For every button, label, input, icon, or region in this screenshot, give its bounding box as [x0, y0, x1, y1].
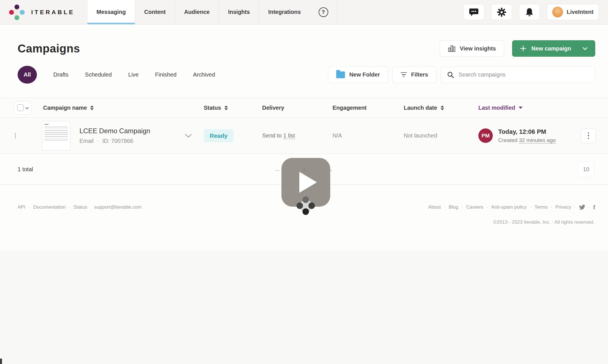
footer-link-status[interactable]: Status: [73, 204, 87, 210]
insights-icon: [448, 45, 456, 52]
filter-pill-live[interactable]: Live: [128, 71, 139, 78]
row-checkbox[interactable]: [15, 133, 16, 139]
filter-pill-finished[interactable]: Finished: [155, 71, 177, 78]
filter-pill-scheduled[interactable]: Scheduled: [85, 71, 112, 78]
footer-left-links: API · Documentation · Status support@ite…: [18, 204, 142, 210]
footer-link-api[interactable]: API: [18, 204, 25, 210]
loading-indicator: [292, 192, 319, 219]
bell-icon: [525, 8, 534, 17]
kebab-icon: [588, 132, 589, 134]
total-count: 1 total: [18, 166, 33, 173]
filter-pill-archived[interactable]: Archived: [193, 71, 215, 78]
campaign-name-link[interactable]: LCEE Demo Campaign: [79, 127, 150, 135]
sort-icon: [224, 105, 228, 110]
twitter-link[interactable]: [579, 205, 585, 210]
filter-icon: [401, 72, 407, 77]
footer-link-documentation[interactable]: Documentation: [33, 204, 66, 210]
gear-icon: [497, 8, 506, 17]
footer-link-careers[interactable]: Careers: [466, 204, 483, 210]
campaign-id: ID: 7007866: [102, 138, 133, 144]
facebook-link[interactable]: f: [593, 204, 595, 211]
play-icon: [299, 172, 317, 193]
primary-nav: Messaging Content Audience Insights Inte…: [87, 0, 337, 24]
footer-link-about[interactable]: About: [428, 204, 441, 210]
select-menu-chevron-icon: [25, 105, 29, 109]
column-launch-date[interactable]: Launch date: [404, 105, 478, 111]
toolbar-right: New Folder Filters: [328, 67, 595, 83]
status-badge: Ready: [204, 129, 233, 142]
footer-link-terms[interactable]: Terms: [535, 204, 548, 210]
campaign-name-block: LCEE Demo Campaign Email ID: 7007866: [79, 127, 150, 144]
last-modified-cell: PM Today, 12:06 PM Created 32 minutes ag…: [478, 128, 581, 143]
column-last-modified[interactable]: Last modified: [478, 105, 581, 111]
table-row: LCEE Demo Campaign Email ID: 7007866 Rea…: [0, 118, 608, 154]
screen-artifact: [0, 359, 2, 364]
email-preview-thumbnail[interactable]: [42, 121, 70, 151]
account-menu-button[interactable]: LiveIntent: [547, 4, 599, 20]
folder-icon: [336, 71, 345, 78]
brand-logo[interactable]: ITERABLE: [0, 0, 87, 24]
modified-time: Today, 12:06 PM: [498, 128, 556, 136]
campaigns-table: Campaign name Status Delivery Engagement…: [0, 98, 608, 154]
brand-wordmark: ITERABLE: [31, 9, 75, 16]
chevron-down-icon: [582, 47, 588, 50]
facebook-icon: f: [593, 204, 595, 211]
help-button[interactable]: ?: [310, 0, 337, 24]
tab-audience[interactable]: Audience: [175, 0, 219, 24]
sort-desc-icon: [519, 107, 523, 109]
new-folder-button[interactable]: New Folder: [328, 67, 388, 83]
sort-icon: [441, 105, 444, 110]
search-icon: [447, 71, 454, 78]
notifications-button[interactable]: [519, 4, 540, 20]
settings-button[interactable]: [491, 4, 512, 20]
page-size-selector[interactable]: 10: [578, 162, 594, 177]
page-title: Campaigns: [18, 42, 80, 55]
sort-icon: [90, 105, 94, 110]
filter-toolbar: All Drafts Scheduled Live Finished Archi…: [0, 57, 608, 84]
column-engagement: Engagement: [333, 105, 404, 111]
new-campaign-button[interactable]: New campaign: [512, 40, 595, 57]
help-icon: ?: [319, 7, 328, 17]
footer-link-privacy[interactable]: Privacy: [556, 204, 571, 210]
row-expand-chevron-icon[interactable]: [185, 134, 192, 138]
page-background: [0, 250, 608, 364]
select-all-control[interactable]: [14, 101, 32, 115]
page-header: Campaigns View insights: [0, 24, 608, 57]
filters-button[interactable]: Filters: [392, 67, 436, 83]
modifier-avatar: PM: [478, 128, 493, 143]
support-email-link[interactable]: support@iterable.com: [94, 204, 142, 210]
column-delivery: Delivery: [262, 105, 333, 111]
column-campaign-name[interactable]: Campaign name: [31, 105, 204, 111]
header-actions: View insights New campaign: [440, 40, 596, 57]
tab-integrations[interactable]: Integrations: [259, 0, 310, 24]
twitter-icon: [579, 205, 585, 210]
filter-pill-drafts[interactable]: Drafts: [53, 71, 68, 78]
chat-button[interactable]: [463, 4, 484, 20]
created-ago-link[interactable]: 32 minutes ago: [519, 137, 556, 144]
delivery-list-link[interactable]: 1 list: [283, 132, 295, 139]
filter-pill-all[interactable]: All: [18, 66, 37, 84]
iterable-logo-icon: [9, 4, 25, 20]
view-insights-button[interactable]: View insights: [440, 40, 504, 57]
search-input[interactable]: [458, 71, 589, 78]
tab-content[interactable]: Content: [135, 0, 175, 24]
prev-page-arrow[interactable]: ←: [274, 166, 282, 173]
user-avatar: [552, 7, 563, 18]
plus-icon: [520, 45, 527, 52]
campaign-channel: Email: [79, 138, 94, 144]
table-header: Campaign name Status Delivery Engagement…: [0, 98, 608, 118]
top-navbar: ITERABLE Messaging Content Audience Insi…: [0, 0, 608, 24]
tab-insights[interactable]: Insights: [219, 0, 259, 24]
column-status[interactable]: Status: [204, 105, 262, 111]
nav-actions: LiveIntent: [463, 0, 608, 24]
select-all-checkbox[interactable]: [17, 104, 24, 111]
footer-link-blog[interactable]: Blog: [449, 204, 458, 210]
campaign-meta: Email ID: 7007866: [79, 138, 150, 144]
created-time: Created 32 minutes ago: [498, 137, 556, 143]
footer-right-links: About · Blog · Careers · Anti-spam polic…: [428, 204, 595, 211]
row-actions-button[interactable]: [581, 128, 596, 143]
search-campaigns-box: [441, 67, 595, 83]
footer-link-antispam[interactable]: Anti-spam policy: [491, 204, 527, 210]
account-name: LiveIntent: [567, 9, 594, 15]
tab-messaging[interactable]: Messaging: [87, 0, 135, 24]
